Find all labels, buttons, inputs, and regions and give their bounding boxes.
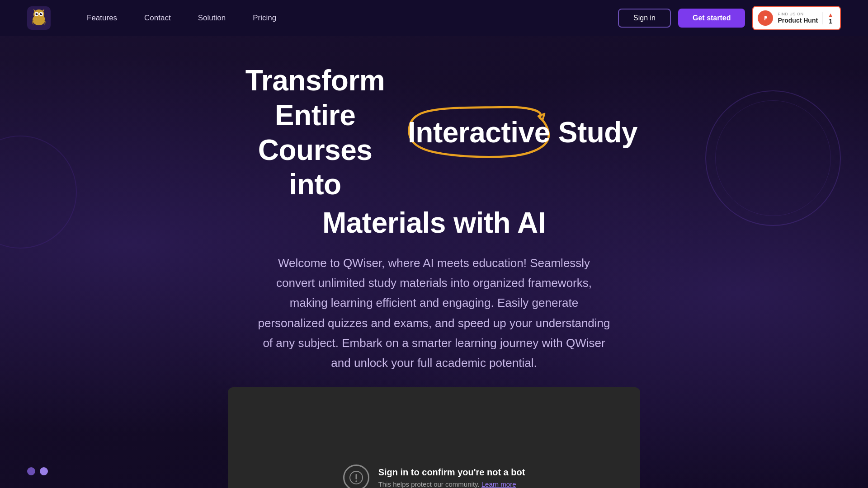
bot-protection-title: Sign in to confirm you're not a bot: [378, 467, 525, 478]
logo[interactable]: [27, 6, 51, 30]
svg-point-6: [40, 13, 42, 15]
producthunt-count: ▲ 1: [822, 12, 834, 24]
svg-rect-14: [355, 474, 357, 479]
exclamation-icon: [349, 471, 363, 484]
producthunt-logo-icon: [758, 10, 773, 26]
hero-title-line1: Transform Entire Courses into Interactiv…: [231, 63, 637, 202]
svg-point-15: [355, 480, 357, 482]
bot-protection-icon: [343, 465, 369, 488]
producthunt-number: 1: [829, 18, 832, 24]
signin-button[interactable]: Sign in: [618, 9, 671, 28]
producthunt-text: FIND US ON Product Hunt: [778, 12, 818, 24]
nav-link-pricing[interactable]: Pricing: [253, 14, 276, 23]
bot-protection-description: This helps protect our community. Learn …: [378, 480, 525, 488]
hero-title-highlight: Interactive: [408, 116, 550, 149]
bot-protection-overlay: Sign in to confirm you're not a bot This…: [228, 387, 640, 488]
producthunt-find-label: FIND US ON: [778, 12, 818, 17]
bot-learn-more-link[interactable]: Learn more: [481, 480, 516, 488]
svg-rect-12: [764, 19, 765, 20]
video-container: Sign in to confirm you're not a bot This…: [228, 387, 640, 488]
main-content: Transform Entire Courses into Interactiv…: [0, 36, 868, 488]
getstarted-button[interactable]: Get started: [678, 9, 745, 28]
nav-actions: Sign in Get started FIND US ON Product H…: [618, 6, 841, 30]
hero-interactive-wrap: Interactive: [408, 115, 550, 150]
nav-link-features[interactable]: Features: [87, 14, 117, 23]
nav-link-contact[interactable]: Contact: [144, 14, 171, 23]
svg-point-5: [36, 13, 38, 15]
svg-point-8: [41, 13, 42, 14]
producthunt-arrow: ▲: [827, 12, 834, 18]
bot-protection-text: Sign in to confirm you're not a bot This…: [378, 467, 525, 488]
nav-link-solution[interactable]: Solution: [198, 14, 226, 23]
hero-subtitle: Welcome to QWiser, where AI meets educat…: [240, 253, 628, 373]
hero-title-part2: Study: [558, 115, 637, 150]
hero-title-line2: Materials with AI: [231, 206, 637, 240]
navigation: Features Contact Solution Pricing Sign i…: [0, 0, 868, 36]
producthunt-name: Product Hunt: [778, 17, 818, 24]
hero-title-part1: Transform Entire Courses into: [231, 63, 400, 202]
producthunt-badge[interactable]: FIND US ON Product Hunt ▲ 1: [752, 6, 841, 30]
hero-title: Transform Entire Courses into Interactiv…: [231, 63, 637, 240]
nav-links: Features Contact Solution Pricing: [87, 14, 618, 23]
logo-icon: [27, 6, 51, 30]
svg-point-7: [37, 13, 38, 14]
